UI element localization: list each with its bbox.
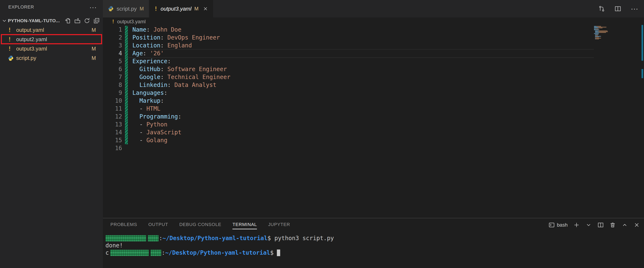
tab-script.py[interactable]: script.pyM — [103, 0, 149, 18]
code-line-7[interactable]: 7 Google: Technical Engineer — [103, 73, 611, 81]
panel-tabs: PROBLEMSOUTPUTDEBUG CONSOLETERMINALJUPYT… — [110, 221, 290, 229]
git-gutter-indicator — [125, 105, 128, 113]
line-number: 9 — [103, 89, 122, 97]
tab-strip: script.pyM!output3.yamlM — [103, 0, 214, 18]
editor-group: script.pyM!output3.yamlM ··· ! output3.y… — [103, 0, 644, 218]
code-line-6[interactable]: 6 GitHub: Software Engineer — [103, 65, 611, 73]
line-number: 11 — [103, 105, 122, 113]
breadcrumb[interactable]: ! output3.yaml — [103, 18, 644, 26]
git-gutter-indicator — [125, 73, 128, 81]
collapse-all-icon[interactable] — [94, 18, 100, 24]
panel-tab-jupyter[interactable]: JUPYTER — [268, 221, 290, 229]
line-number: 13 — [103, 120, 122, 128]
tab-output3.yaml[interactable]: !output3.yamlM — [149, 0, 214, 18]
overview-ruler-mark — [642, 69, 643, 78]
terminal-cursor — [277, 249, 280, 256]
terminal-dropdown-icon[interactable] — [586, 222, 592, 228]
line-number: 10 — [103, 97, 122, 105]
file-row-output2.yaml[interactable]: !output2.yaml — [0, 35, 103, 44]
code-line-8[interactable]: 8 Linkedin: Data Analyst — [103, 81, 611, 89]
new-folder-icon[interactable] — [74, 18, 80, 24]
code-text: Age: '26' — [132, 50, 164, 57]
file-row-output.yaml[interactable]: !output.yamlM — [0, 25, 103, 35]
code-line-2[interactable]: 2Position: DevOps Engineer — [103, 34, 611, 42]
workspace-folder-name: PYTHON-YAML-TUTO... — [8, 18, 60, 24]
terminal-picker[interactable]: bash — [548, 222, 568, 228]
git-gutter-indicator — [125, 97, 128, 105]
code-line-3[interactable]: 3Location: England — [103, 42, 611, 50]
code-text: GitHub: Software Engineer — [132, 65, 227, 73]
yaml-file-icon: ! — [8, 45, 16, 52]
panel-tab-problems[interactable]: PROBLEMS — [110, 221, 137, 229]
terminal-icon — [548, 222, 555, 228]
code-editor[interactable]: 1Name: John Doe2Position: DevOps Enginee… — [103, 26, 611, 152]
file-row-script.py[interactable]: script.pyM — [0, 53, 103, 63]
split-editor-icon[interactable] — [614, 6, 621, 12]
code-line-16[interactable]: 16 — [103, 144, 611, 152]
code-text: Location: England — [132, 42, 192, 50]
prompt-separator: : — [162, 249, 165, 256]
code-text: Position: DevOps Engineer — [132, 34, 220, 42]
git-modified-badge: M — [140, 6, 144, 12]
file-name: output.yaml — [16, 27, 44, 33]
code-line-5[interactable]: 5Experience: — [103, 57, 611, 65]
code-line-12[interactable]: 12 Programming: — [103, 113, 611, 120]
explorer-sidebar: EXPLORER ··· PYTHON-YAML-TUTO... !output… — [0, 0, 103, 268]
git-gutter-indicator — [125, 42, 128, 50]
file-name: output3.yaml — [16, 46, 47, 52]
code-text: Google: Technical Engineer — [132, 73, 230, 81]
prompt-dollar: $ — [270, 249, 274, 256]
python-file-icon — [108, 6, 114, 12]
code-line-9[interactable]: 9Languages: — [103, 89, 611, 97]
git-gutter-indicator — [125, 26, 128, 34]
more-actions-icon[interactable]: ··· — [631, 7, 638, 11]
code-text: Languages: — [132, 89, 168, 97]
git-gutter-indicator — [125, 144, 128, 152]
maximize-panel-icon[interactable] — [622, 222, 628, 228]
git-gutter-indicator — [125, 89, 128, 97]
line-number: 16 — [103, 144, 122, 152]
code-line-1[interactable]: 1Name: John Doe — [103, 26, 611, 34]
yaml-file-icon: ! — [8, 36, 16, 43]
code-text: Markup: — [132, 97, 164, 105]
code-line-13[interactable]: 13 - Python — [103, 120, 611, 128]
refresh-icon[interactable] — [84, 18, 90, 24]
minimap[interactable] — [594, 26, 625, 40]
code-line-10[interactable]: 10 Markup: — [103, 97, 611, 105]
terminal-output[interactable]: :~/Desktop/Python-yaml-tutorial$ python3… — [103, 232, 644, 256]
terminal-line-1: :~/Desktop/Python-yaml-tutorial$ python3… — [106, 234, 644, 242]
terminal-stdout: done! — [106, 242, 123, 249]
redacted-user-host — [150, 250, 161, 256]
close-icon[interactable] — [203, 6, 208, 12]
code-text: Linkedin: Data Analyst — [132, 81, 216, 89]
panel-tab-debug-console[interactable]: DEBUG CONSOLE — [179, 221, 221, 229]
close-panel-icon[interactable] — [634, 222, 640, 228]
file-list: !output.yamlM!output2.yaml!output3.yamlM… — [0, 25, 103, 63]
new-file-icon[interactable] — [65, 18, 71, 24]
bottom-panel: PROBLEMSOUTPUTDEBUG CONSOLETERMINALJUPYT… — [103, 218, 644, 268]
code-line-4[interactable]: 4Age: '26' — [103, 50, 611, 57]
shell-label: bash — [557, 222, 568, 228]
explorer-more-actions-icon[interactable]: ··· — [90, 5, 97, 9]
terminal-command: python3 script.py — [271, 235, 334, 242]
panel-tab-terminal[interactable]: TERMINAL — [232, 221, 257, 229]
redacted-user-host — [106, 235, 146, 241]
code-text: Programming: — [132, 113, 182, 120]
code-line-14[interactable]: 14 - JavaScript — [103, 128, 611, 137]
git-gutter-indicator — [125, 128, 128, 137]
tab-label: script.py — [117, 6, 137, 12]
split-terminal-icon[interactable] — [598, 222, 604, 228]
code-line-11[interactable]: 11 - HTML — [103, 105, 611, 113]
open-changes-icon[interactable] — [598, 6, 605, 12]
panel-tab-output[interactable]: OUTPUT — [148, 221, 168, 229]
git-gutter-indicator — [125, 34, 128, 42]
kill-terminal-icon[interactable] — [610, 222, 616, 228]
line-number: 4 — [103, 50, 122, 57]
new-terminal-icon[interactable] — [574, 222, 580, 228]
yaml-file-icon: ! — [112, 19, 114, 25]
file-row-output3.yaml[interactable]: !output3.yamlM — [0, 44, 103, 53]
explorer-folder-header[interactable]: PYTHON-YAML-TUTO... — [0, 16, 103, 25]
line-number: 15 — [103, 137, 122, 144]
code-line-15[interactable]: 15 - Golang — [103, 137, 611, 144]
prompt-separator: : — [159, 235, 162, 242]
